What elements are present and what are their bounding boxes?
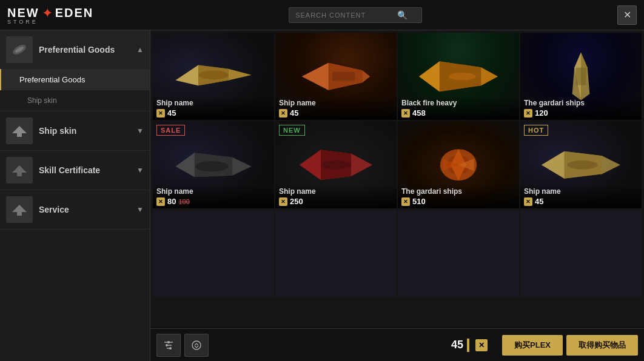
item-3-name: Black fire heavy xyxy=(401,99,515,107)
content-area: Ship name ✕ 45 xyxy=(150,30,644,361)
item-1-price-num: 45 xyxy=(167,108,176,118)
sidebar-item-preferential-goods[interactable]: Preferential Goods ▲ xyxy=(0,30,150,69)
preferential-goods-label: Preferential Goods xyxy=(39,45,130,55)
svg-point-10 xyxy=(568,160,598,169)
sort-icon xyxy=(191,340,202,351)
item-5-price-num: 80 xyxy=(167,197,176,206)
item-3-price-num: 458 xyxy=(412,108,426,118)
action-buttons: 购买PLEX 取得购买物品 xyxy=(502,335,638,356)
search-icon: 🔍 xyxy=(397,10,408,20)
item-3-info: Black fire heavy ✕ 458 xyxy=(398,96,519,120)
item-card-6[interactable]: NEW Ship name ✕ 250 xyxy=(275,121,397,208)
item-card-11[interactable] xyxy=(398,210,519,297)
sidebar-item-service[interactable]: Service ▼ xyxy=(0,190,150,229)
item-8-price: ✕ 45 xyxy=(524,197,638,206)
sidebar-item-skill-cert[interactable]: Skill Certificate ▼ xyxy=(0,151,150,190)
filter-icon xyxy=(163,340,174,351)
item-card-7[interactable]: The gardari ships ✕ 510 xyxy=(398,121,519,208)
sort-button[interactable] xyxy=(184,334,209,357)
sidebar-group-ship-skin: Ship skin ▼ xyxy=(0,111,150,151)
item-4-price-num: 120 xyxy=(535,108,548,118)
service-icon xyxy=(6,196,33,223)
bottom-tools xyxy=(156,334,209,357)
item-7-price: ✕ 510 xyxy=(401,197,515,206)
preferential-goods-icon xyxy=(6,36,33,63)
logo: NEW ✦ EDEN STORE xyxy=(7,5,93,25)
buy-plex-button[interactable]: 购买PLEX xyxy=(502,335,563,356)
item-6-price-num: 250 xyxy=(290,197,303,206)
item-2-name: Ship name xyxy=(279,99,393,107)
balance-display: 45 ✕ xyxy=(451,339,488,352)
ship-skin-icon xyxy=(6,118,33,144)
item-6-badge: NEW xyxy=(279,125,305,136)
svg-point-4 xyxy=(449,73,476,81)
item-8-badge: HOT xyxy=(524,125,548,136)
item-card-5[interactable]: SALE Ship name ✕ 80 100 xyxy=(153,121,274,208)
item-2-price-num: 45 xyxy=(290,108,298,118)
sidebar-sub-preferential-goods[interactable]: Preferential Goods xyxy=(0,69,150,90)
balance-plex-icon: ✕ xyxy=(475,339,488,351)
item-6-plex-icon: ✕ xyxy=(279,197,287,206)
svg-rect-5 xyxy=(575,68,586,85)
svg-point-2 xyxy=(198,70,229,79)
svg-point-16 xyxy=(169,347,172,349)
sidebar: Preferential Goods ▲ Preferential Goods … xyxy=(0,30,150,361)
item-4-info: The gardari ships ✕ 120 xyxy=(520,96,642,120)
item-7-info: The gardari ships ✕ 510 xyxy=(398,185,519,208)
items-grid-area: Ship name ✕ 45 xyxy=(150,30,644,328)
skill-cert-label: Skill Certificate xyxy=(39,165,130,175)
item-6-price: ✕ 250 xyxy=(279,197,393,206)
item-card-4[interactable]: The gardari ships ✕ 120 xyxy=(520,33,642,120)
sidebar-item-ship-skin[interactable]: Ship skin ▼ xyxy=(0,111,150,150)
search-input[interactable] xyxy=(295,12,392,19)
item-8-plex-icon: ✕ xyxy=(524,197,532,206)
balance-value: 45 xyxy=(451,339,463,351)
item-4-price: ✕ 120 xyxy=(524,108,638,118)
item-4-plex-icon: ✕ xyxy=(524,109,532,118)
service-chevron: ▼ xyxy=(136,205,144,214)
svg-point-7 xyxy=(321,160,351,169)
item-1-name: Ship name xyxy=(156,99,270,107)
preferential-goods-chevron: ▲ xyxy=(136,45,144,54)
item-card-12[interactable] xyxy=(520,210,642,297)
skill-cert-icon xyxy=(6,157,33,184)
item-card-8[interactable]: HOT Ship name ✕ 45 xyxy=(520,121,642,208)
item-1-price: ✕ 45 xyxy=(156,108,270,118)
item-8-info: Ship name ✕ 45 xyxy=(520,185,642,208)
svg-point-6 xyxy=(195,161,229,172)
item-8-name: Ship name xyxy=(524,187,638,196)
svg-point-14 xyxy=(167,341,170,343)
item-4-name: The gardari ships xyxy=(524,99,638,107)
item-5-old-price: 100 xyxy=(178,198,189,205)
svg-point-17 xyxy=(192,341,201,349)
logo-wrap: NEW ✦ EDEN STORE xyxy=(7,5,93,25)
svg-point-15 xyxy=(166,344,168,346)
item-card-10[interactable] xyxy=(275,210,397,297)
item-3-price: ✕ 458 xyxy=(401,108,515,118)
sidebar-sub-ship-skin-under-pref[interactable]: Ship skin xyxy=(0,90,150,111)
item-card-2[interactable]: Ship name ✕ 45 xyxy=(275,33,397,120)
item-2-price: ✕ 45 xyxy=(279,108,393,118)
filter-button[interactable] xyxy=(156,334,181,357)
bottom-bar: 45 ✕ 购买PLEX 取得购买物品 xyxy=(150,328,644,361)
item-5-plex-icon: ✕ xyxy=(156,197,165,206)
ship-skin-label: Ship skin xyxy=(39,126,130,136)
item-card-3[interactable]: Black fire heavy ✕ 458 xyxy=(398,33,519,120)
item-6-name: Ship name xyxy=(279,187,393,196)
item-8-price-num: 45 xyxy=(535,197,543,206)
balance-divider xyxy=(467,339,469,352)
item-card-9[interactable] xyxy=(153,210,274,297)
search-bar[interactable]: 🔍 xyxy=(289,7,422,23)
ship-skin-chevron: ▼ xyxy=(136,127,144,135)
item-1-info: Ship name ✕ 45 xyxy=(153,96,274,120)
close-button[interactable]: ✕ xyxy=(617,5,637,25)
sidebar-group-service: Service ▼ xyxy=(0,190,150,230)
item-3-plex-icon: ✕ xyxy=(401,109,410,118)
items-grid: Ship name ✕ 45 xyxy=(153,33,642,297)
item-card-1[interactable]: Ship name ✕ 45 xyxy=(153,33,274,120)
header: NEW ✦ EDEN STORE 🔍 ✕ xyxy=(0,0,644,30)
item-1-plex-icon: ✕ xyxy=(156,109,165,118)
item-2-plex-icon: ✕ xyxy=(279,109,287,118)
get-item-button[interactable]: 取得购买物品 xyxy=(566,335,638,356)
svg-rect-3 xyxy=(332,71,355,81)
